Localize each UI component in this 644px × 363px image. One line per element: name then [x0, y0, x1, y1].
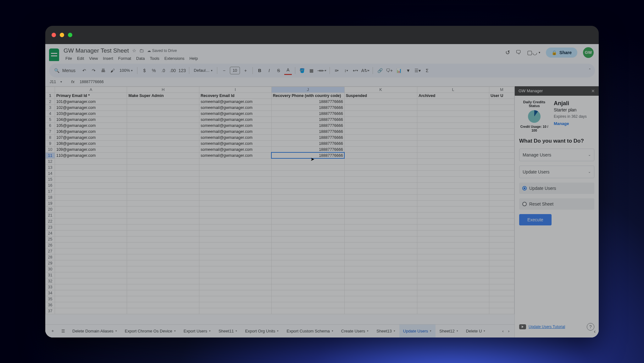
row-header[interactable]: 11 — [46, 152, 55, 158]
cell[interactable] — [417, 122, 489, 128]
cell[interactable] — [344, 260, 417, 266]
row-header[interactable]: 28 — [46, 254, 55, 260]
sheet-tab[interactable]: Sheet12▾ — [436, 325, 462, 337]
cell[interactable] — [344, 200, 417, 206]
cell[interactable] — [127, 218, 199, 224]
cell[interactable] — [417, 206, 489, 212]
cell[interactable] — [199, 296, 271, 302]
cell[interactable] — [271, 176, 344, 182]
cell[interactable] — [127, 194, 199, 200]
sheet-tab[interactable]: Sheet11▾ — [215, 325, 241, 337]
cell[interactable] — [489, 188, 514, 194]
cell[interactable]: someemail@gwmanager.com — [199, 122, 271, 128]
formula-input[interactable]: 18887776666 — [80, 80, 103, 84]
cell[interactable] — [127, 140, 199, 146]
radio-update-users[interactable]: Update Users — [519, 183, 594, 194]
cell[interactable] — [417, 308, 489, 314]
cell[interactable] — [271, 218, 344, 224]
cell[interactable] — [55, 248, 127, 254]
cell[interactable] — [127, 224, 199, 230]
row-header[interactable]: 20 — [46, 206, 55, 212]
cell[interactable] — [489, 248, 514, 254]
chevron-down-icon[interactable]: ▾ — [394, 329, 395, 332]
cell[interactable] — [489, 128, 514, 134]
cell[interactable] — [344, 272, 417, 278]
cell[interactable] — [271, 290, 344, 296]
sheet-tab[interactable]: Export Chrome Os Device▾ — [121, 325, 180, 337]
chevron-down-icon[interactable]: ▾ — [115, 329, 117, 332]
menu-extensions[interactable]: Extensions — [163, 55, 186, 61]
chevron-down-icon[interactable]: ▾ — [209, 329, 211, 332]
cell[interactable] — [55, 260, 127, 266]
cell[interactable] — [199, 254, 271, 260]
cell[interactable] — [127, 212, 199, 218]
chevron-down-icon[interactable]: ▾ — [457, 329, 458, 332]
cell[interactable] — [417, 158, 489, 164]
cell[interactable] — [417, 188, 489, 194]
chevron-down-icon[interactable]: ▾ — [277, 329, 279, 332]
tabs-next-icon[interactable]: › — [508, 329, 509, 333]
cell[interactable] — [489, 158, 514, 164]
cell[interactable] — [417, 200, 489, 206]
v-align-icon[interactable]: ↕ ▾ — [342, 66, 350, 75]
cell[interactable] — [127, 302, 199, 308]
col-header-H[interactable]: H — [127, 87, 199, 93]
select-category[interactable]: Manage Users⌄ — [519, 149, 594, 161]
cell[interactable]: someemail@gwmanager.com — [199, 140, 271, 146]
currency-icon[interactable]: $ — [141, 66, 148, 75]
help-icon[interactable]: ? — [587, 323, 594, 331]
cell[interactable] — [417, 99, 489, 105]
cell[interactable] — [127, 206, 199, 212]
cell[interactable] — [489, 122, 514, 128]
cell[interactable] — [417, 278, 489, 284]
cell[interactable] — [127, 200, 199, 206]
cell[interactable]: 18887776666 — [271, 111, 344, 116]
select-action[interactable]: Update Users⌄ — [519, 166, 594, 178]
cell[interactable] — [489, 134, 514, 140]
cell[interactable] — [199, 284, 271, 290]
sheet-tab[interactable]: Create Users▾ — [337, 325, 373, 337]
cell[interactable] — [344, 266, 417, 272]
cell[interactable] — [344, 99, 417, 105]
cell[interactable]: someemail@gwmanager.com — [199, 146, 271, 152]
cell[interactable] — [344, 206, 417, 212]
borders-icon[interactable]: ▦ — [308, 66, 315, 75]
cell[interactable] — [55, 302, 127, 308]
cell[interactable] — [271, 158, 344, 164]
cell[interactable]: 18887776666 — [271, 99, 344, 105]
cell[interactable] — [489, 140, 514, 146]
cell[interactable] — [271, 194, 344, 200]
cell[interactable] — [489, 218, 514, 224]
cell[interactable] — [417, 224, 489, 230]
cell[interactable]: 18887776666 — [271, 146, 344, 152]
cell[interactable] — [271, 266, 344, 272]
sheet-tab[interactable]: Delete Domain Aliases▾ — [69, 325, 121, 337]
cell[interactable] — [271, 200, 344, 206]
cell[interactable]: 18887776666 — [271, 140, 344, 146]
menu-edit[interactable]: Edit — [75, 55, 86, 61]
cell[interactable]: Primary Email Id * — [55, 93, 127, 99]
cell[interactable] — [199, 188, 271, 194]
cell[interactable] — [55, 308, 127, 314]
tutorial-link[interactable]: Update Users Tutorial — [529, 325, 565, 329]
cell[interactable] — [344, 134, 417, 140]
cell[interactable] — [271, 308, 344, 314]
cell[interactable]: 18887776666 — [271, 152, 344, 158]
row-header[interactable]: 8 — [46, 134, 55, 140]
close-window-icon[interactable] — [52, 33, 56, 37]
sheet-tab[interactable]: Delete U▾ — [462, 325, 490, 337]
cell[interactable] — [417, 170, 489, 176]
cell[interactable] — [489, 296, 514, 302]
cell[interactable] — [127, 176, 199, 182]
cell[interactable] — [271, 236, 344, 242]
cell[interactable] — [271, 302, 344, 308]
cell[interactable] — [271, 230, 344, 236]
cell[interactable] — [271, 278, 344, 284]
cell[interactable] — [199, 206, 271, 212]
cell[interactable]: Recovery Email Id — [199, 93, 271, 99]
italic-icon[interactable]: I — [265, 66, 273, 75]
cell[interactable] — [127, 158, 199, 164]
cell[interactable] — [271, 206, 344, 212]
chevron-down-icon[interactable]: ▾ — [332, 329, 333, 332]
row-header[interactable]: 15 — [46, 176, 55, 182]
